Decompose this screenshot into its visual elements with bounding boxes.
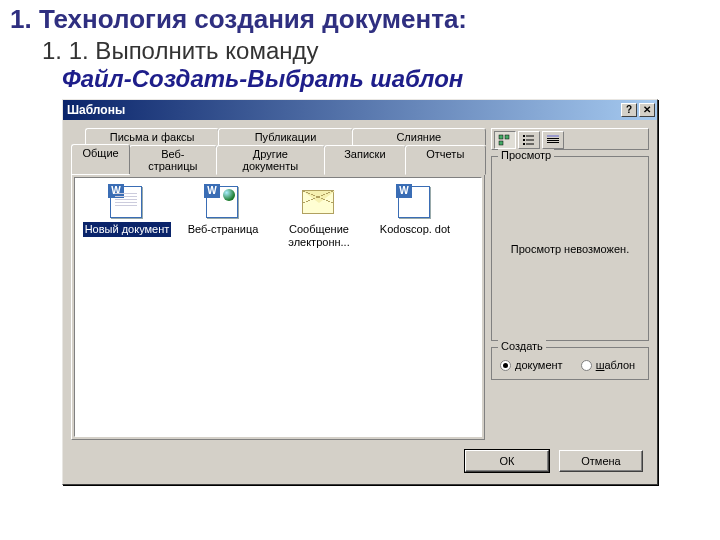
cancel-button[interactable]: Отмена <box>559 450 643 472</box>
heading-2: 1. 1. Выполнить команду <box>42 37 710 65</box>
tab-letters-faxes[interactable]: Письма и факсы <box>85 128 219 145</box>
radio-icon <box>581 360 592 371</box>
heading-1: 1. Технология создания документа: <box>10 4 710 35</box>
titlebar[interactable]: Шаблоны ? ✕ <box>63 100 657 120</box>
template-item-label: Новый документ <box>83 222 172 237</box>
create-legend: Создать <box>498 340 546 352</box>
svg-rect-3 <box>523 135 525 137</box>
view-details-button[interactable] <box>542 131 564 149</box>
view-mode-toolbar <box>491 128 649 150</box>
radio-document[interactable]: документ <box>500 359 563 371</box>
svg-rect-2 <box>499 141 503 145</box>
radio-label: шаблон <box>596 359 636 371</box>
tabs-back-row: Письма и факсы Публикации Слияние <box>71 128 485 145</box>
template-item-kodoscop[interactable]: Kodoscop. dot <box>367 186 463 249</box>
ok-button[interactable]: ОК <box>465 450 549 472</box>
web-page-icon <box>206 186 240 220</box>
dialog-title: Шаблоны <box>67 103 125 117</box>
dialog-button-row: ОК Отмена <box>71 440 649 476</box>
tab-publications[interactable]: Публикации <box>218 128 352 145</box>
view-list-button[interactable] <box>518 131 540 149</box>
svg-rect-11 <box>547 140 559 141</box>
close-button[interactable]: ✕ <box>639 103 655 117</box>
tab-general[interactable]: Общие <box>71 144 130 174</box>
preview-group: Просмотр Просмотр невозможен. <box>491 156 649 341</box>
templates-dialog: Шаблоны ? ✕ Письма и факсы Публикации Сл… <box>62 99 658 485</box>
svg-rect-6 <box>526 140 534 141</box>
svg-rect-5 <box>523 139 525 141</box>
template-item-label: Веб-страница <box>186 222 261 237</box>
template-item-email[interactable]: Сообщение электронн... <box>271 186 367 249</box>
svg-rect-7 <box>523 143 525 145</box>
tab-reports[interactable]: Отчеты <box>405 145 486 175</box>
help-button[interactable]: ? <box>621 103 637 117</box>
svg-rect-10 <box>547 138 559 139</box>
svg-rect-9 <box>547 135 559 137</box>
tab-merge[interactable]: Слияние <box>352 128 486 145</box>
radio-icon <box>500 360 511 371</box>
svg-rect-1 <box>505 135 509 139</box>
radio-template[interactable]: шаблон <box>581 359 636 371</box>
document-icon <box>398 186 432 220</box>
document-icon <box>110 186 144 220</box>
tabs-front-row: Общие Веб-страницы Другие документы Запи… <box>71 144 485 174</box>
heading-3: Файл-Создать-Выбрать шаблон <box>62 65 710 93</box>
template-item-new-document[interactable]: Новый документ <box>79 186 175 249</box>
radio-label: документ <box>515 359 563 371</box>
tab-web-pages[interactable]: Веб-страницы <box>129 145 216 175</box>
tab-other-docs[interactable]: Другие документы <box>216 145 326 175</box>
preview-area: Просмотр невозможен. <box>498 164 642 334</box>
template-item-label: Сообщение электронн... <box>271 222 367 249</box>
large-icons-icon <box>498 134 512 146</box>
svg-rect-4 <box>526 136 534 137</box>
mail-icon <box>302 186 336 220</box>
preview-message: Просмотр невозможен. <box>511 243 629 255</box>
svg-rect-12 <box>547 142 559 143</box>
template-item-label: Kodoscop. dot <box>378 222 452 237</box>
details-icon <box>546 134 560 146</box>
svg-rect-8 <box>526 144 534 145</box>
template-list[interactable]: Новый документ Веб-страница Сообщение эл… <box>74 177 482 437</box>
create-group: Создать документ шаблон <box>491 347 649 380</box>
preview-legend: Просмотр <box>498 149 554 161</box>
svg-rect-0 <box>499 135 503 139</box>
template-item-web-page[interactable]: Веб-страница <box>175 186 271 249</box>
tab-notes[interactable]: Записки <box>324 145 405 175</box>
view-large-icons-button[interactable] <box>494 131 516 149</box>
list-icon <box>522 134 536 146</box>
